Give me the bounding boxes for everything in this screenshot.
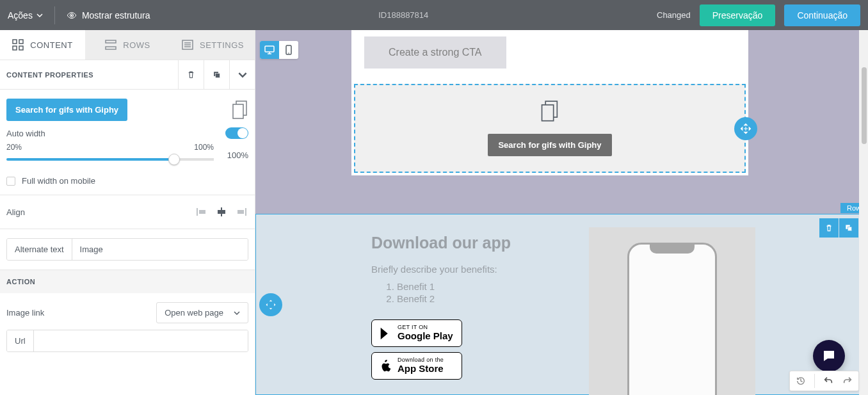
- google-play-icon: [378, 326, 392, 341]
- undo-icon: [823, 376, 833, 386]
- app-store-button[interactable]: Download on the App Store: [371, 352, 462, 380]
- actions-label: Ações: [8, 10, 33, 20]
- download-title: Download our app: [371, 234, 602, 252]
- history-icon: [796, 376, 806, 386]
- eye-icon: [67, 10, 77, 20]
- svg-rect-2: [19, 40, 23, 44]
- show-structure-toggle[interactable]: Mostrar estrutura: [67, 10, 150, 20]
- benefits-list: Benefit 1 Benefit 2: [371, 281, 602, 304]
- svg-point-25: [288, 52, 289, 54]
- settings-icon: [182, 39, 193, 51]
- svg-rect-18: [218, 210, 225, 214]
- move-handle[interactable]: [259, 293, 282, 316]
- apple-big: App Store: [398, 364, 444, 375]
- duplicate-button[interactable]: [204, 60, 229, 90]
- trash-icon: [824, 223, 833, 232]
- undo-button[interactable]: [821, 374, 835, 388]
- history-button[interactable]: [794, 374, 808, 388]
- tab-content-label: CONTENT: [30, 40, 72, 50]
- email-preview: Create a strong CTA Search for gifs with…: [351, 30, 748, 175]
- row-selected[interactable]: Row Download our app Briefly describe yo…: [255, 214, 868, 395]
- align-left-icon: [197, 207, 208, 216]
- chevron-down-icon: [36, 12, 43, 19]
- svg-rect-6: [106, 47, 116, 49]
- tab-settings-label: SETTINGS: [200, 40, 244, 50]
- svg-rect-3: [13, 46, 17, 50]
- cta-block[interactable]: Create a strong CTA: [351, 30, 748, 81]
- gif-content-block[interactable]: Search for gifs with Giphy: [354, 84, 746, 173]
- collapse-button[interactable]: [229, 60, 255, 90]
- svg-rect-21: [265, 46, 274, 52]
- redo-icon: [842, 376, 853, 386]
- svg-rect-4: [19, 46, 23, 50]
- google-play-button[interactable]: GET IT ON Google Play: [371, 319, 462, 347]
- tab-content[interactable]: CONTENT: [0, 30, 85, 60]
- image-link-label: Image link: [6, 308, 44, 318]
- redo-button[interactable]: [840, 374, 855, 388]
- url-input[interactable]: [34, 330, 248, 351]
- row-delete-button[interactable]: [819, 218, 839, 238]
- chat-icon: [821, 348, 837, 364]
- pages-icon: [232, 101, 248, 120]
- structure-label: Mostrar estrutura: [82, 10, 150, 20]
- giphy-search-button[interactable]: Search for gifs with Giphy: [6, 99, 127, 121]
- content-icon: [12, 39, 24, 51]
- cta-button[interactable]: Create a strong CTA: [364, 36, 506, 69]
- canvas: Create a strong CTA Search for gifs with…: [255, 30, 868, 395]
- width-slider[interactable]: [6, 152, 214, 167]
- align-label: Align: [6, 207, 25, 217]
- sidebar-tabs: CONTENT ROWS SETTINGS: [0, 30, 255, 60]
- align-left-button[interactable]: [195, 204, 210, 220]
- svg-point-0: [71, 14, 73, 16]
- auto-width-toggle[interactable]: [225, 127, 248, 139]
- align-right-button[interactable]: [233, 204, 248, 220]
- move-handle[interactable]: [734, 117, 757, 140]
- image-link-select[interactable]: Open web page: [156, 302, 248, 323]
- url-label: Url: [7, 330, 34, 351]
- row-duplicate-button[interactable]: [839, 218, 858, 238]
- full-width-mobile-checkbox[interactable]: [6, 177, 15, 186]
- status-text: Changed: [657, 10, 691, 20]
- benefit-item: Benefit 2: [397, 293, 602, 304]
- mobile-icon: [285, 45, 292, 55]
- alt-text-label: Alternate text: [7, 239, 72, 260]
- phone-mockup: [615, 234, 730, 394]
- apple-icon: [378, 359, 392, 373]
- svg-rect-20: [237, 210, 244, 214]
- align-right-icon: [235, 207, 246, 216]
- tab-rows[interactable]: ROWS: [85, 30, 170, 60]
- duplicate-icon: [844, 223, 853, 232]
- action-section-header: ACTION: [0, 270, 255, 293]
- content-properties-title: CONTENT PROPERTIES: [6, 71, 93, 79]
- tab-rows-label: ROWS: [123, 40, 150, 50]
- image-link-select-value: Open web page: [165, 308, 223, 318]
- chat-fab[interactable]: [813, 340, 845, 372]
- svg-rect-12: [216, 74, 220, 78]
- tab-settings[interactable]: SETTINGS: [170, 30, 255, 60]
- pages-icon: [540, 101, 559, 122]
- save-button[interactable]: Preservação: [700, 4, 776, 26]
- history-toolbar: [789, 371, 859, 391]
- svg-rect-14: [233, 104, 243, 118]
- align-center-button[interactable]: [214, 204, 229, 220]
- move-icon: [740, 123, 751, 134]
- scrollbar[interactable]: [859, 30, 868, 395]
- auto-width-label: Auto width: [6, 129, 45, 138]
- desktop-icon: [264, 45, 275, 54]
- mobile-view-button[interactable]: [279, 41, 298, 59]
- svg-rect-29: [848, 227, 851, 230]
- google-big: Google Play: [398, 331, 453, 342]
- rows-icon: [105, 39, 117, 51]
- gif-search-button[interactable]: Search for gifs with Giphy: [488, 134, 611, 156]
- next-button[interactable]: Continuação: [784, 4, 860, 26]
- desktop-view-button[interactable]: [260, 41, 279, 59]
- top-bar: Ações Mostrar estrutura ID188887814 Chan…: [0, 0, 868, 30]
- alt-text-input[interactable]: [72, 239, 248, 260]
- sidebar: CONTENT ROWS SETTINGS CONTENT PROPERTIES: [0, 30, 255, 395]
- svg-rect-16: [199, 210, 205, 214]
- delete-button[interactable]: [178, 60, 204, 90]
- chevron-down-icon: [238, 70, 247, 79]
- actions-dropdown[interactable]: Ações: [8, 10, 43, 20]
- svg-rect-5: [106, 40, 116, 43]
- duplicate-icon: [212, 70, 221, 79]
